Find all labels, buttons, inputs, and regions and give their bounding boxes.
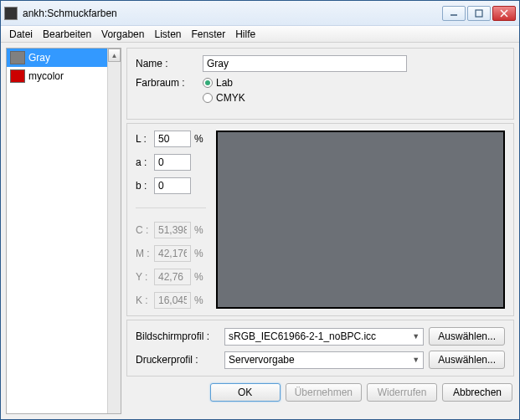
dialog-buttons: OK Übernehmen Widerrufen Abbrechen: [126, 380, 514, 402]
window-title: ankh:Schmuckfarben: [23, 8, 442, 19]
close-button[interactable]: [492, 6, 516, 21]
name-group: Name : Farbraum : Lab CMYK: [126, 48, 514, 120]
menubar: Datei Bearbeiten Vorgaben Listen Fenster…: [1, 26, 519, 43]
radio-cmyk[interactable]: CMYK: [203, 92, 245, 104]
name-input[interactable]: [203, 55, 407, 72]
printer-profile-combo[interactable]: Servervorgabe ▼: [224, 351, 424, 369]
color-preview: [216, 131, 505, 309]
screen-profile-label: Bildschirmprofil :: [136, 330, 219, 342]
chevron-down-icon: ▼: [412, 332, 420, 341]
c-input: [154, 222, 191, 238]
m-unit: %: [194, 248, 206, 259]
swatch-icon: [10, 51, 25, 64]
list-item[interactable]: mycolor: [7, 67, 107, 85]
swatch-icon: [10, 69, 25, 83]
c-label: C :: [136, 224, 151, 236]
values-group: L :% a : b : C :% M :% Y :% K: [126, 123, 514, 316]
list-item-label: mycolor: [28, 70, 64, 82]
radio-lab[interactable]: Lab: [203, 77, 245, 89]
screen-profile-choose-button[interactable]: Auswählen...: [429, 327, 505, 346]
l-input[interactable]: [154, 131, 191, 147]
ok-button[interactable]: OK: [210, 383, 281, 402]
c-unit: %: [194, 224, 206, 236]
list-item[interactable]: Gray: [7, 49, 107, 67]
profiles-group: Bildschirmprofil : sRGB_IEC61966-2-1_noB…: [126, 320, 514, 376]
cancel-button[interactable]: Abbrechen: [442, 383, 512, 402]
k-label: K :: [136, 295, 151, 306]
y-unit: %: [194, 271, 206, 283]
minimize-button[interactable]: [442, 6, 466, 21]
chevron-down-icon: ▼: [412, 356, 420, 364]
menu-fenster[interactable]: Fenster: [186, 27, 230, 42]
l-label: L :: [136, 133, 151, 145]
screen-profile-value: sRGB_IEC61966-2-1_noBPC.icc: [229, 330, 376, 342]
scroll-up-icon[interactable]: ▲: [108, 49, 121, 62]
a-input[interactable]: [154, 154, 191, 171]
screen-profile-combo[interactable]: sRGB_IEC61966-2-1_noBPC.icc ▼: [224, 328, 424, 346]
m-input: [154, 245, 191, 262]
maximize-button[interactable]: [467, 6, 491, 21]
apply-button[interactable]: Übernehmen: [286, 383, 362, 402]
k-unit: %: [194, 295, 206, 306]
radio-cmyk-label: CMYK: [216, 92, 245, 104]
titlebar[interactable]: ankh:Schmuckfarben: [1, 1, 519, 26]
app-icon: [4, 7, 18, 20]
svg-rect-1: [476, 10, 482, 17]
color-list: Gray mycolor ▲: [6, 48, 121, 414]
menu-listen[interactable]: Listen: [149, 27, 186, 42]
b-label: b :: [136, 180, 151, 192]
scrollbar[interactable]: ▲: [107, 49, 121, 413]
l-unit: %: [194, 133, 206, 145]
radio-dot-icon: [203, 93, 213, 103]
radio-lab-label: Lab: [216, 77, 233, 89]
k-input: [154, 292, 191, 309]
list-item-label: Gray: [28, 52, 50, 64]
y-input: [154, 269, 191, 285]
a-label: a :: [136, 156, 151, 168]
b-input[interactable]: [154, 177, 191, 194]
revert-button[interactable]: Widerrufen: [367, 383, 437, 402]
menu-vorgaben[interactable]: Vorgaben: [96, 27, 149, 42]
dialog-window: ankh:Schmuckfarben Datei Bearbeiten Vorg…: [0, 0, 520, 420]
name-label: Name :: [136, 58, 203, 69]
printer-profile-label: Druckerprofil :: [136, 354, 219, 366]
farbraum-label: Farbraum :: [136, 77, 203, 89]
menu-bearbeiten[interactable]: Bearbeiten: [38, 27, 96, 42]
printer-profile-choose-button[interactable]: Auswählen...: [429, 351, 505, 369]
radio-dot-icon: [203, 78, 213, 88]
menu-datei[interactable]: Datei: [4, 27, 38, 42]
m-label: M :: [136, 248, 151, 259]
printer-profile-value: Servervorgabe: [229, 354, 295, 366]
y-label: Y :: [136, 271, 151, 283]
menu-hilfe[interactable]: Hilfe: [230, 27, 260, 42]
